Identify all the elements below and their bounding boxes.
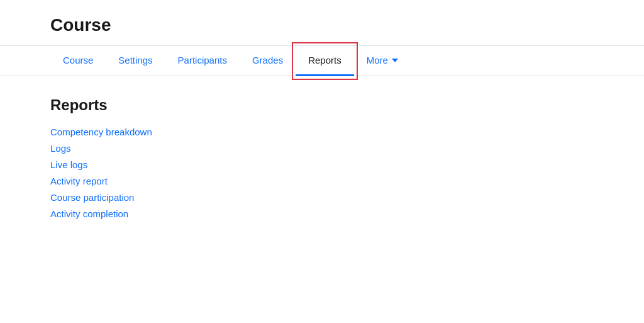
nav-bar: Course Settings Participants Grades Repo… xyxy=(0,45,644,76)
page-header: Course xyxy=(0,0,644,45)
list-item: Course participation xyxy=(50,192,594,203)
course-participation-link[interactable]: Course participation xyxy=(50,192,134,203)
list-item: Activity report xyxy=(50,176,594,187)
chevron-down-icon xyxy=(392,59,398,62)
nav-item-more[interactable]: More xyxy=(354,46,411,76)
list-item: Live logs xyxy=(50,159,594,171)
live-logs-link[interactable]: Live logs xyxy=(50,159,87,170)
list-item: Competency breakdown xyxy=(50,127,594,138)
main-content: Reports Competency breakdown Logs Live l… xyxy=(0,76,644,240)
activity-report-link[interactable]: Activity report xyxy=(50,176,108,186)
nav-item-grades[interactable]: Grades xyxy=(240,46,296,76)
nav-item-settings[interactable]: Settings xyxy=(106,46,165,76)
nav-item-reports[interactable]: Reports xyxy=(296,46,354,76)
competency-breakdown-link[interactable]: Competency breakdown xyxy=(50,127,152,137)
logs-link[interactable]: Logs xyxy=(50,143,71,154)
nav-item-participants[interactable]: Participants xyxy=(165,46,240,76)
list-item: Activity completion xyxy=(50,208,594,220)
activity-completion-link[interactable]: Activity completion xyxy=(50,208,128,219)
list-item: Logs xyxy=(50,143,594,154)
page-title: Course xyxy=(50,15,594,35)
reports-list: Competency breakdown Logs Live logs Acti… xyxy=(50,127,594,220)
reports-section-title: Reports xyxy=(50,96,594,114)
more-label: More xyxy=(367,55,388,65)
nav-item-course[interactable]: Course xyxy=(50,46,106,76)
